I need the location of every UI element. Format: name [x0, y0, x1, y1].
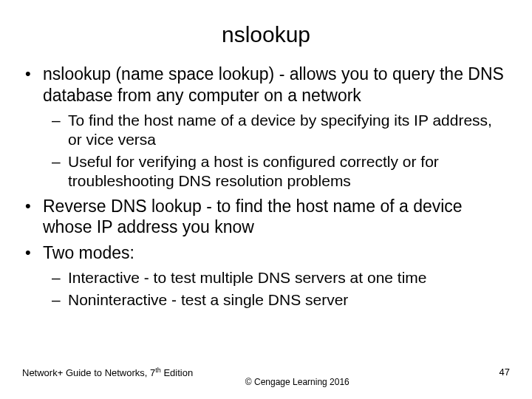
footer-source: Network+ Guide to Networks, 7th Edition: [22, 366, 193, 378]
footer: Network+ Guide to Networks, 7th Edition …: [22, 366, 510, 389]
footer-copyright: © Cengage Learning 2016: [245, 377, 349, 387]
bullet-text: nslookup (name space lookup) - allows yo…: [43, 64, 504, 105]
sub-bullet-item: Useful for verifying a host is configure…: [68, 152, 510, 191]
slide: nslookup nslookup (name space lookup) - …: [0, 0, 532, 399]
sub-list: To find the host name of a device by spe…: [43, 111, 510, 191]
bullet-text: Two modes:: [43, 243, 134, 262]
sub-bullet-item: Noninteractive - test a single DNS serve…: [68, 290, 510, 310]
sub-bullet-item: To find the host name of a device by spe…: [68, 111, 510, 150]
footer-source-post: Edition: [161, 367, 193, 378]
bullet-list: nslookup (name space lookup) - allows yo…: [22, 64, 510, 310]
sub-list: Interactive - to test multiple DNS serve…: [43, 268, 510, 310]
footer-source-pre: Network+ Guide to Networks, 7: [22, 367, 155, 378]
bullet-item: Two modes: Interactive - to test multipl…: [43, 242, 510, 310]
slide-title: nslookup: [22, 22, 510, 47]
page-number: 47: [499, 366, 510, 378]
bullet-item: Reverse DNS lookup - to find the host na…: [43, 196, 510, 239]
sub-bullet-item: Interactive - to test multiple DNS serve…: [68, 268, 510, 287]
footer-source-sup: th: [155, 366, 161, 374]
bullet-item: nslookup (name space lookup) - allows yo…: [43, 64, 510, 191]
